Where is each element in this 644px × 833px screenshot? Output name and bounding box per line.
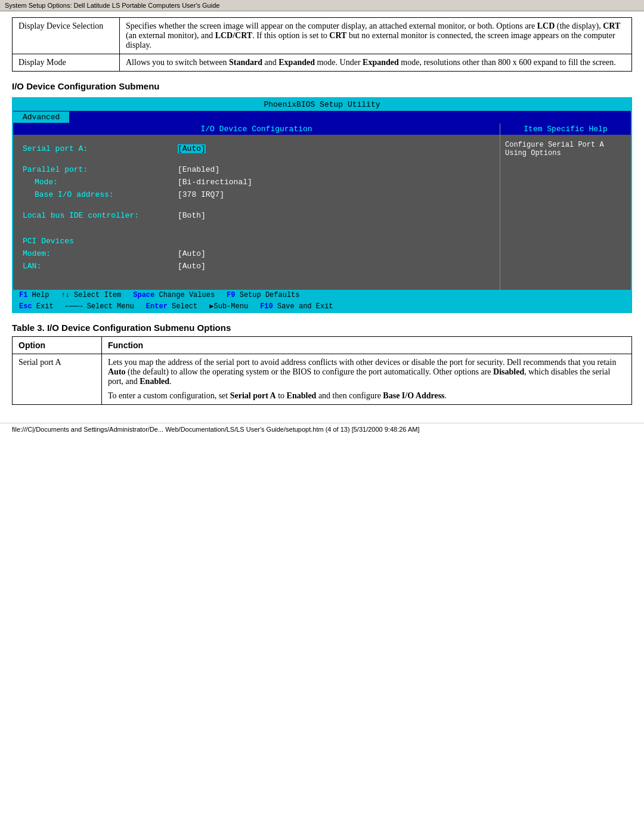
bios-row-value: [378 IRQ7] [178,190,224,199]
bios-menu-item2[interactable] [69,112,135,123]
title-bar-text: System Setup Options: Dell Latitude LS P… [5,2,219,9]
bios-row-value[interactable]: [Auto] [178,144,206,153]
bios-row-value: [Auto] [178,262,206,271]
bios-row: Serial port A:[Auto] [23,144,490,153]
bios-row: Local bus IDE controller:[Both] [23,211,490,220]
table3-option-cell: Serial port A [13,354,102,405]
bios-f9-key: F9 Setup Defaults [227,291,299,299]
bios-row-label: Parallel port: [23,165,178,174]
bios-row-value: [Bi-directional] [178,178,252,187]
bios-row-label: PCI Devices [23,237,178,246]
bios-help-body: Configure Serial Port AUsing Options [500,135,631,163]
bios-enter-key: Enter Select [146,302,197,311]
table3-heading: Table 3. I/O Device Configuration Submen… [12,323,632,333]
bios-row-label: Mode: [23,178,178,187]
bios-status-bar1: F1 Help ↑↓ Select Item Space Change Valu… [13,290,631,301]
bios-help-panel: Item Specific Help Configure Serial Port… [500,123,631,290]
bios-menu-item3[interactable] [135,112,200,123]
bios-row: Modem:[Auto] [23,249,490,258]
bios-row-label: Modem: [23,249,178,258]
footer-text: file:///C|/Documents and Settings/Admini… [12,426,419,433]
bios-help-title: Item Specific Help [500,123,631,135]
bios-content-area: I/O Device Configuration Serial port A:[… [13,123,631,290]
table1-function-cell: Allows you to switch between Standard an… [120,54,632,72]
main-content: Display Device SelectionSpecifies whethe… [0,11,644,411]
bios-menu-item4[interactable] [200,112,266,123]
bios-row-value: [Auto] [178,249,206,258]
bios-panel-body: Serial port A:[Auto]Parallel port:[Enabl… [13,135,500,290]
bios-space-key: Space Change Values [133,291,215,299]
bios-submenu-key: ▶Sub-Menu [209,302,248,311]
table1-function-cell: Specifies whether the screen image will … [120,18,632,54]
bios-arrows2: ←——→ Select Menu [66,302,134,311]
bios-key-f1: F1 Help [19,291,49,299]
bios-f10-key: F10 Save and Exit [260,302,333,311]
bios-esc-key: Esc Exit [19,302,54,311]
col-option: Option [13,337,102,354]
bios-row: Mode:[Bi-directional] [23,178,490,187]
display-options-table: Display Device SelectionSpecifies whethe… [12,17,632,72]
bios-arrows1: ↑↓ Select Item [61,291,121,299]
bios-help-text: Configure Serial Port AUsing Options [505,141,604,157]
footer: file:///C|/Documents and Settings/Admini… [0,423,644,435]
bios-row-label: Serial port A: [23,144,178,153]
bios-menu-item5[interactable] [266,112,332,123]
bios-row: PCI Devices [23,237,490,246]
bios-row-value: [Enabled] [178,165,219,174]
table1-option-cell: Display Device Selection [13,18,120,54]
bios-row-label: LAN: [23,262,178,271]
bios-screen: PhoenixBIOS Setup Utility Advanced I/O D… [12,97,632,313]
bios-title: PhoenixBIOS Setup Utility [13,98,631,111]
bios-row: Parallel port:[Enabled] [23,165,490,174]
io-section-heading: I/O Device Configuration Submenu [12,81,632,91]
options-table: Option Function Serial port ALets you ma… [12,336,632,405]
bios-row: Base I/O address:[378 IRQ7] [23,190,490,199]
table3-function-cell: Lets you map the address of the serial p… [102,354,632,405]
table1-option-cell: Display Mode [13,54,120,72]
bios-row-value: [Both] [178,211,206,220]
bios-main-panel: I/O Device Configuration Serial port A:[… [13,123,500,290]
title-bar: System Setup Options: Dell Latitude LS P… [0,0,644,11]
bios-row: LAN:[Auto] [23,262,490,271]
bios-menu-advanced[interactable]: Advanced [13,112,69,123]
col-function: Function [102,337,632,354]
bios-row-label: Local bus IDE controller: [23,211,178,220]
bios-main-panel-title: I/O Device Configuration [13,123,500,135]
bios-menu-bar: Advanced [13,111,631,123]
bios-row-label: Base I/O address: [23,190,178,199]
bios-status-bar2: Esc Exit ←——→ Select Menu Enter Select ▶… [13,301,631,312]
